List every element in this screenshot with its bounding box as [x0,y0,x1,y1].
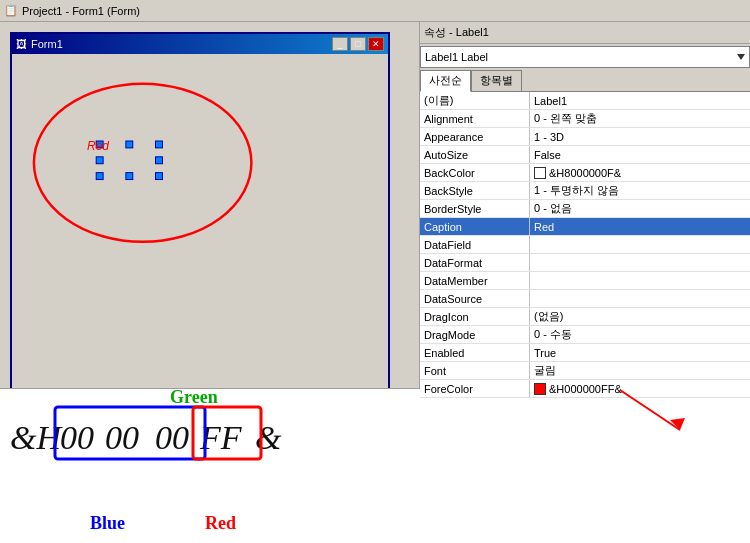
prop-dropdown-value: Label1 Label [425,51,488,63]
form-label-text: Red [87,139,109,153]
svg-text:Red: Red [205,513,236,533]
svg-text:00: 00 [155,419,189,456]
prop-row-backcolor: BackColor &H8000000F& [420,164,750,182]
dropdown-arrow-icon [737,54,745,60]
svg-text:Green: Green [170,389,218,407]
prop-row-backstyle: BackStyle 1 - 투명하지 않음 [420,182,750,200]
form-content: Red [12,54,388,400]
prop-row-dragmode: DragMode 0 - 수동 [420,326,750,344]
svg-rect-3 [156,141,163,148]
svg-text:Blue: Blue [90,513,125,533]
backcolor-swatch [534,167,546,179]
main-layout: 🖼 Form1 _ □ ✕ [0,22,750,543]
prop-row-dataformat: DataFormat [420,254,750,272]
close-button[interactable]: ✕ [368,37,384,51]
prop-header-title: 속성 - Label1 [424,25,489,40]
svg-rect-8 [156,173,163,180]
svg-rect-4 [96,157,103,164]
prop-dropdown[interactable]: Label1 Label [420,46,750,68]
prop-table: (이름) Label1 Alignment 0 - 왼쪽 맞춤 Appearan… [420,92,750,543]
svg-point-0 [34,84,251,242]
prop-tabs: 사전순 항목별 [420,70,750,92]
prop-row-datamember: DataMember [420,272,750,290]
svg-rect-7 [126,173,133,180]
prop-row-caption[interactable]: Caption Red [420,218,750,236]
forecolor-swatch [534,383,546,395]
title-bar-text: Project1 - Form1 (Form) [22,5,140,17]
maximize-button[interactable]: □ [350,37,366,51]
prop-row-appearance: Appearance 1 - 3D [420,128,750,146]
form-title-text: Form1 [31,38,63,50]
prop-row-alignment: Alignment 0 - 왼쪽 맞춤 [420,110,750,128]
prop-row-datafield: DataField [420,236,750,254]
svg-rect-5 [156,157,163,164]
title-bar: 📋 Project1 - Form1 (Form) [0,0,750,22]
prop-row-font: Font 굴림 [420,362,750,380]
properties-panel: 속성 - Label1 Label1 Label 사전순 항목별 (이름) La… [420,22,750,543]
svg-text:&H: &H [10,419,63,456]
form-title-icon: 🖼 [16,38,27,50]
prop-row-datasource: DataSource [420,290,750,308]
form-designer: 🖼 Form1 _ □ ✕ [0,22,420,543]
prop-row-dragicon: DragIcon (없음) [420,308,750,326]
form-window: 🖼 Form1 _ □ ✕ [10,32,390,402]
svg-text:00: 00 [60,419,94,456]
svg-rect-15 [55,407,205,459]
form-controls: _ □ ✕ [332,37,384,51]
prop-header: 속성 - Label1 [420,22,750,44]
svg-rect-2 [126,141,133,148]
prop-row-name: (이름) Label1 [420,92,750,110]
form-drawing-svg [12,54,388,400]
svg-text:00: 00 [105,419,139,456]
tab-alphabetical[interactable]: 사전순 [420,70,471,92]
annotation-svg: &H 00 00 00 FF & Green Blue Red [0,389,420,543]
prop-row-enabled: Enabled True [420,344,750,362]
svg-text:&: & [255,419,282,456]
title-bar-icon: 📋 [4,4,18,17]
svg-rect-16 [193,407,261,459]
prop-row-autosize: AutoSize False [420,146,750,164]
svg-text:FF: FF [199,419,243,456]
form-title-bar: 🖼 Form1 _ □ ✕ [12,34,388,54]
prop-row-borderstyle: BorderStyle 0 - 없음 [420,200,750,218]
tab-categorical[interactable]: 항목별 [471,70,522,91]
prop-row-forecolor[interactable]: ForeColor &H000000FF& [420,380,750,398]
minimize-button[interactable]: _ [332,37,348,51]
svg-rect-6 [96,173,103,180]
handwritten-area: &H 00 00 00 FF & Green Blue Red [0,388,420,543]
